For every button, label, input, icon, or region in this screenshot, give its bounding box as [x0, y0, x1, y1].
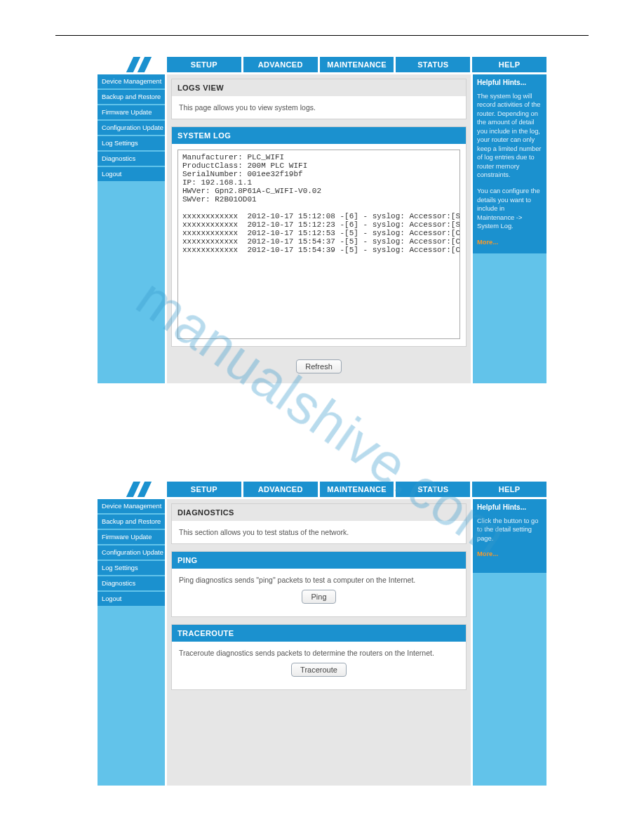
brand-stripes [98, 57, 165, 72]
traceroute-description: Traceroute diagnostics sends packets to … [179, 649, 459, 657]
helpful-hints-panel: Helpful Hints... The system log will rec… [473, 74, 546, 253]
helpful-hints-panel: Helpful Hints... Click the button to go … [473, 499, 546, 573]
sidebar-item-backup-restore[interactable]: Backup and Restore [98, 515, 165, 529]
tab-advanced[interactable]: ADVANCED [243, 57, 318, 72]
main-tabs: SETUP ADVANCED MAINTENANCE STATUS HELP [167, 482, 546, 497]
tab-setup[interactable]: SETUP [167, 57, 241, 72]
sidebar-item-device-management[interactable]: Device Management [98, 499, 165, 513]
sidebar-item-device-management[interactable]: Device Management [98, 74, 165, 88]
tab-status[interactable]: STATUS [396, 57, 470, 72]
brand-stripes [98, 482, 165, 497]
ping-button[interactable]: Ping [302, 590, 335, 604]
sidebar-item-configuration-update[interactable]: Configuration Update [98, 121, 165, 135]
sidebar-item-diagnostics[interactable]: Diagnostics [98, 152, 165, 166]
hints-title: Helpful Hints... [477, 78, 542, 88]
tab-maintenance[interactable]: MAINTENANCE [320, 57, 394, 72]
hints-title: Helpful Hints... [477, 503, 542, 512]
ping-heading: PING [172, 552, 466, 569]
sidebar-item-log-settings[interactable]: Log Settings [98, 136, 165, 150]
hints-text-2: You can configure the details you want t… [477, 187, 542, 231]
tab-maintenance[interactable]: MAINTENANCE [320, 482, 394, 497]
main-content: DIAGNOSTICS This section allows you to t… [167, 499, 471, 786]
system-log-heading: SYSTEM LOG [172, 127, 466, 144]
sidebar-item-firmware-update[interactable]: Firmware Update [98, 105, 165, 119]
ping-description: Ping diagnostics sends "ping" packets to… [179, 576, 459, 584]
logs-view-heading: LOGS VIEW [172, 79, 466, 96]
hints-text-1: The system log will record activities of… [477, 92, 542, 180]
logs-view-screenshot: SETUP ADVANCED MAINTENANCE STATUS HELP D… [98, 57, 546, 383]
hints-text-1: Click the button to go to the detail set… [477, 517, 542, 543]
sidebar: Device Management Backup and Restore Fir… [98, 74, 165, 383]
page-top-rule [55, 35, 589, 36]
sidebar-item-log-settings[interactable]: Log Settings [98, 561, 165, 575]
diagnostics-description: This section allows you to test status o… [172, 521, 466, 543]
sidebar-item-logout[interactable]: Logout [98, 167, 165, 181]
tab-help[interactable]: HELP [472, 482, 546, 497]
sidebar-item-firmware-update[interactable]: Firmware Update [98, 530, 165, 544]
logs-view-description: This page allows you to view system logs… [172, 96, 466, 119]
sidebar-item-logout[interactable]: Logout [98, 592, 165, 606]
tab-setup[interactable]: SETUP [167, 482, 241, 497]
system-log-textarea[interactable] [177, 150, 460, 339]
diagnostics-screenshot: SETUP ADVANCED MAINTENANCE STATUS HELP D… [98, 482, 546, 786]
sidebar-item-diagnostics[interactable]: Diagnostics [98, 576, 165, 590]
traceroute-heading: TRACEROUTE [172, 625, 466, 642]
sidebar: Device Management Backup and Restore Fir… [98, 499, 165, 786]
main-content: LOGS VIEW This page allows you to view s… [167, 74, 471, 383]
diagnostics-heading: DIAGNOSTICS [172, 504, 466, 521]
traceroute-button[interactable]: Traceroute [291, 663, 347, 677]
sidebar-item-backup-restore[interactable]: Backup and Restore [98, 90, 165, 104]
tab-advanced[interactable]: ADVANCED [243, 482, 318, 497]
refresh-button[interactable]: Refresh [296, 359, 342, 373]
tab-help[interactable]: HELP [472, 57, 546, 72]
hints-more-link[interactable]: More... [477, 550, 542, 559]
tab-status[interactable]: STATUS [396, 482, 470, 497]
sidebar-item-configuration-update[interactable]: Configuration Update [98, 545, 165, 560]
main-tabs: SETUP ADVANCED MAINTENANCE STATUS HELP [167, 57, 546, 72]
hints-more-link[interactable]: More... [477, 238, 542, 247]
